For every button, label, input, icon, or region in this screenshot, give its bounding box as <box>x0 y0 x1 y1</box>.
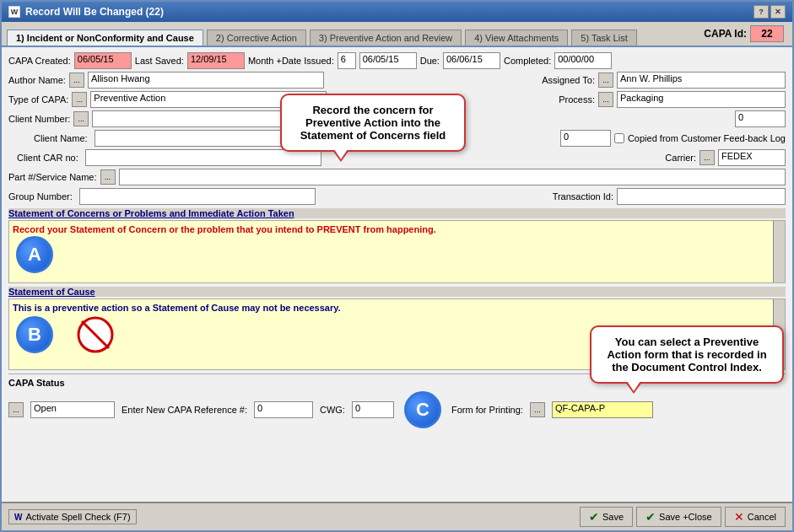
save-close-button[interactable]: ✔ Save +Close <box>636 507 721 527</box>
carrier-browse-btn[interactable]: ... <box>699 150 715 165</box>
badge-c: C <box>404 391 441 428</box>
process-field[interactable]: Packaging <box>617 91 786 108</box>
tab-incident[interactable]: 1) Incident or NonConformity and Cause <box>7 30 203 46</box>
group-label: Group Number: <box>8 191 73 202</box>
tooltip1-arrow-inner <box>334 149 348 159</box>
soc-scrollbar[interactable] <box>773 221 785 283</box>
due-label: Due: <box>420 56 440 66</box>
cancel-button[interactable]: ✕ Cancel <box>725 507 786 527</box>
new-capa-ref-field[interactable]: 0 <box>254 401 313 418</box>
spell-check-button[interactable]: W Activate Spell Check (F7) <box>8 509 137 524</box>
cwg-label: CWG: <box>320 405 345 415</box>
completed-label: Completed: <box>504 56 551 66</box>
main-window: W Record Will Be Changed (22) ? ✕ 1) Inc… <box>0 0 794 532</box>
capa-status-label: CAPA Status <box>8 378 65 388</box>
capa-id-label: CAPA Id: <box>704 28 747 40</box>
copied-from-checkbox[interactable] <box>614 133 624 143</box>
cause-text-content: This is a preventive action so a Stateme… <box>13 303 341 313</box>
title-bar: W Record Will Be Changed (22) ? ✕ <box>2 2 792 22</box>
spell-icon: W <box>14 513 22 522</box>
client-car-label: Client CAR no: <box>17 153 78 163</box>
save-close-label: Save +Close <box>659 512 712 522</box>
issued-date-field[interactable]: 06/05/15 <box>359 52 417 69</box>
tooltip-preventive: Record the concern for Preventive Action… <box>280 94 466 152</box>
save-checkmark-icon: ✔ <box>589 510 599 524</box>
transaction-field[interactable] <box>617 188 786 205</box>
author-browse-btn[interactable]: ... <box>69 73 84 88</box>
process-label: Process: <box>559 94 595 105</box>
last-saved-field[interactable]: 12/09/15 <box>187 52 245 69</box>
close-button[interactable]: ✕ <box>770 5 786 19</box>
capa-status-field[interactable]: Open <box>30 401 115 418</box>
author-field[interactable]: Allison Hwang <box>88 72 324 89</box>
new-capa-ref-label: Enter New CAPA Reference #: <box>122 405 247 415</box>
form-printing-browse-btn[interactable]: ... <box>530 402 545 417</box>
client-number-browse-btn[interactable]: ... <box>73 111 89 126</box>
tab-corrective[interactable]: 2) Corrective Action <box>207 30 306 46</box>
cwg-field[interactable]: 0 <box>352 401 394 418</box>
copied-from-label: Copied from Customer Feed-back Log <box>628 133 786 143</box>
app-icon: W <box>8 6 20 18</box>
action-buttons: ✔ Save ✔ Save +Close ✕ Cancel <box>580 507 786 527</box>
tooltip2-arrow-inner <box>627 381 640 391</box>
group-field[interactable] <box>79 188 316 205</box>
carrier-label: Carrier: <box>665 153 696 163</box>
assigned-browse-btn[interactable]: ... <box>598 73 613 88</box>
cancel-label: Cancel <box>748 512 776 522</box>
month-date-label: Month +Date Issued: <box>248 56 334 66</box>
capa-created-label: CAPA Created: <box>8 56 71 66</box>
part-field[interactable] <box>119 169 786 185</box>
soc-text-content: Record your Statement of Concern or the … <box>13 224 436 234</box>
month-field[interactable]: 6 <box>338 52 356 69</box>
transaction-label: Transaction Id: <box>553 191 613 202</box>
completed-field[interactable]: 00/00/00 <box>554 52 612 69</box>
window-title: Record Will Be Changed (22) <box>25 6 164 18</box>
cause-section-header: Statement of Cause <box>8 287 786 297</box>
client-number-right-field[interactable]: 0 <box>735 110 786 127</box>
window-controls: ? ✕ <box>753 5 786 19</box>
due-field[interactable]: 06/06/15 <box>443 52 500 69</box>
badge-a: A <box>16 236 53 273</box>
no-symbol-icon <box>77 316 114 353</box>
bottom-bar: W Activate Spell Check (F7) ✔ Save ✔ Sav… <box>2 502 792 530</box>
process-browse-btn[interactable]: ... <box>598 92 613 107</box>
type-label: Type of CAPA: <box>8 94 68 105</box>
client-name-label: Client Name: <box>34 133 88 143</box>
capa-created-field[interactable]: 06/05/15 <box>74 52 132 69</box>
client-number-label: Client Number: <box>8 114 70 124</box>
spell-check-label: Activate Spell Check (F7) <box>25 512 130 522</box>
client-name-right-field[interactable]: 0 <box>560 130 611 147</box>
last-saved-label: Last Saved: <box>135 56 184 66</box>
author-label: Author Name: <box>8 75 66 85</box>
tooltip-document-control: You can select a Preventive Action form … <box>590 325 784 384</box>
form-printing-field[interactable]: QF-CAPA-P <box>552 401 653 418</box>
cancel-icon: ✕ <box>734 510 744 524</box>
soc-text-area[interactable]: Record your Statement of Concern or the … <box>8 220 786 283</box>
carrier-field[interactable]: FEDEX <box>718 149 786 166</box>
tab-attachments[interactable]: 4) View Attachments <box>465 30 568 46</box>
tab-preventive[interactable]: 3) Preventive Action and Review <box>310 30 462 46</box>
assigned-to-label: Assigned To: <box>542 75 595 85</box>
tab-tasks[interactable]: 5) Task List <box>571 30 636 46</box>
assigned-to-field[interactable]: Ann W. Phillips <box>617 72 786 89</box>
save-button[interactable]: ✔ Save <box>580 507 633 527</box>
soc-section-header: Statement of Concerns or Problems and Im… <box>8 208 786 218</box>
help-button[interactable]: ? <box>753 5 769 19</box>
part-label: Part #/Service Name: <box>8 172 97 182</box>
save-label: Save <box>602 512 624 522</box>
status-browse-btn[interactable]: ... <box>8 402 24 417</box>
type-browse-btn[interactable]: ... <box>72 92 87 107</box>
badge-b: B <box>16 316 53 353</box>
client-car-field[interactable] <box>85 149 321 166</box>
part-browse-btn[interactable]: ... <box>100 169 116 185</box>
save-close-icon: ✔ <box>645 510 656 524</box>
form-printing-label: Form for Printing: <box>451 405 523 415</box>
capa-id-value: 22 <box>750 25 784 42</box>
